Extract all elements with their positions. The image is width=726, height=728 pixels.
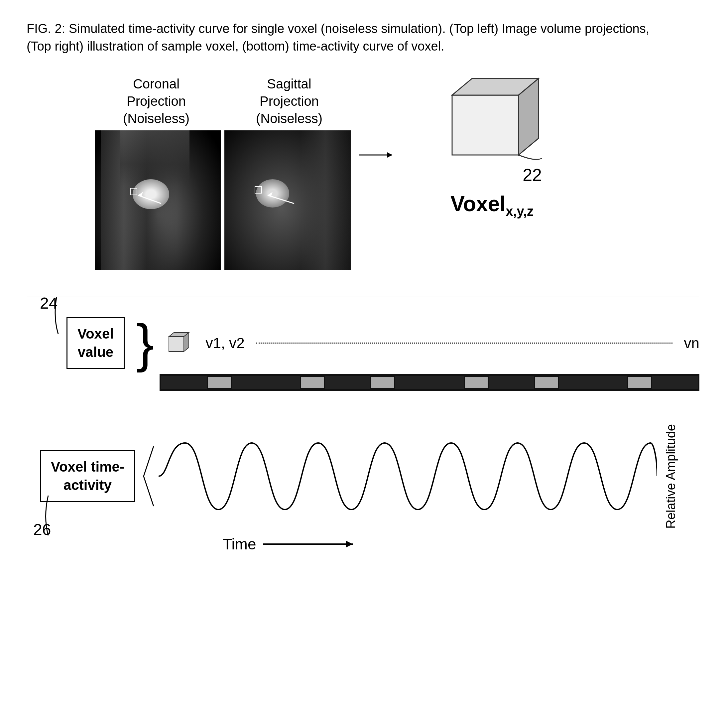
activity-box-wrapper: Voxel time- activity 26 <box>40 450 135 502</box>
voxel-value-wrapper: 24 Voxel value } v1, v <box>40 317 699 390</box>
connector <box>359 148 399 162</box>
svg-line-0 <box>138 195 161 203</box>
cube-area: 22 Voxelx,y,z <box>439 75 545 219</box>
sagittal-image <box>224 130 351 270</box>
vn-label: vn <box>684 335 699 352</box>
time-label: Time <box>223 535 256 553</box>
ref-22: 22 <box>523 165 542 185</box>
figure-caption: FIG. 2: Simulated time-activity curve fo… <box>27 20 658 55</box>
svg-line-2 <box>268 195 294 203</box>
relative-amplitude-label: Relative Amplitude <box>664 424 678 529</box>
timeline-bar <box>160 374 699 391</box>
mini-cube <box>166 330 192 356</box>
voxel-activity-box: Voxel time- activity <box>40 450 135 502</box>
ref24-curve <box>50 297 67 337</box>
activity-row: Voxel time- activity 26 <box>40 424 699 529</box>
svg-marker-9 <box>169 336 184 352</box>
connect-line <box>359 148 399 162</box>
cube-svg <box>439 75 545 168</box>
voxel-activity-wrapper: Voxel time- activity 26 <box>40 424 699 554</box>
voxel-subscript: x,y,z <box>506 204 534 219</box>
dotted-timeline <box>256 343 673 344</box>
ref26-curve <box>40 496 56 539</box>
sagittal-arrow <box>224 130 351 270</box>
voxel-value-row: Voxel value } v1, v2 vn <box>67 317 699 369</box>
coronal-label: Coronal Projection (Noiseless) <box>93 75 220 127</box>
projection-images <box>95 130 351 270</box>
coronal-arrow <box>95 130 221 270</box>
svg-marker-5 <box>387 152 392 158</box>
voxel-value-box: Voxel value <box>67 317 125 369</box>
timeline-area <box>67 374 699 391</box>
svg-marker-13 <box>346 541 353 548</box>
time-arrow <box>263 537 363 551</box>
svg-marker-6 <box>452 95 519 155</box>
bottom-section: 24 Voxel value } v1, v <box>27 317 699 553</box>
svg-marker-1 <box>138 192 143 197</box>
top-section: Coronal Projection (Noiseless) Sagittal … <box>27 75 699 270</box>
v1v2-label: v1, v2 <box>206 335 244 352</box>
projections-area: Coronal Projection (Noiseless) Sagittal … <box>93 75 352 270</box>
voxel-label: Voxelx,y,z <box>450 191 534 219</box>
sagittal-label: Sagittal Projection (Noiseless) <box>226 75 352 127</box>
curly-brace-right: } <box>136 321 154 366</box>
divider <box>27 297 699 297</box>
projection-labels: Coronal Projection (Noiseless) Sagittal … <box>93 75 352 127</box>
sine-wave <box>159 433 657 520</box>
coronal-image <box>95 130 221 270</box>
time-arrow-row: Time <box>223 535 699 553</box>
activity-brace <box>137 443 157 509</box>
